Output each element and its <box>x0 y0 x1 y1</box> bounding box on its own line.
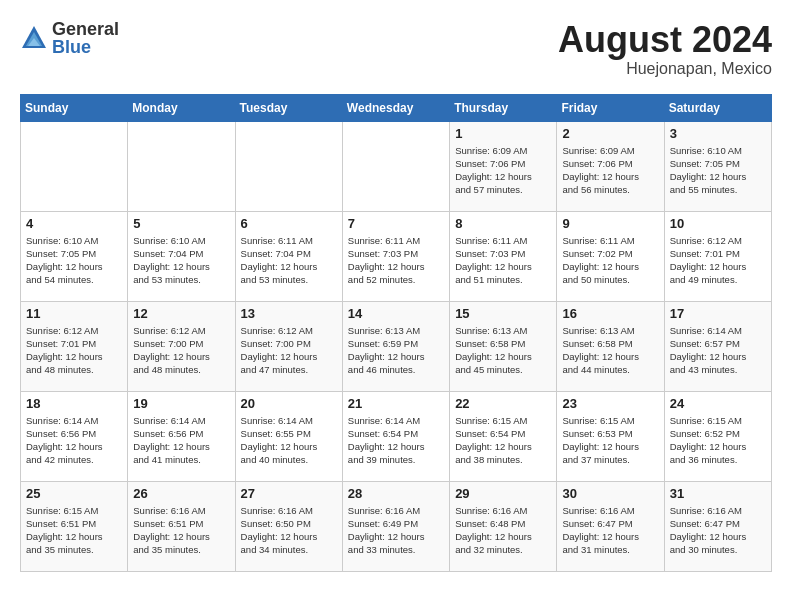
day-number: 15 <box>455 306 551 321</box>
day-number: 25 <box>26 486 122 501</box>
header-row: Sunday Monday Tuesday Wednesday Thursday… <box>21 94 772 121</box>
day-number: 13 <box>241 306 337 321</box>
day-info: Sunrise: 6:14 AMSunset: 6:55 PMDaylight:… <box>241 414 337 467</box>
calendar-cell: 5Sunrise: 6:10 AMSunset: 7:04 PMDaylight… <box>128 211 235 301</box>
header-wednesday: Wednesday <box>342 94 449 121</box>
day-info: Sunrise: 6:16 AMSunset: 6:51 PMDaylight:… <box>133 504 229 557</box>
calendar-row-1: 4Sunrise: 6:10 AMSunset: 7:05 PMDaylight… <box>21 211 772 301</box>
calendar-cell: 3Sunrise: 6:10 AMSunset: 7:05 PMDaylight… <box>664 121 771 211</box>
calendar-cell: 25Sunrise: 6:15 AMSunset: 6:51 PMDayligh… <box>21 481 128 571</box>
calendar-cell <box>128 121 235 211</box>
calendar-cell: 9Sunrise: 6:11 AMSunset: 7:02 PMDaylight… <box>557 211 664 301</box>
day-number: 3 <box>670 126 766 141</box>
day-info: Sunrise: 6:14 AMSunset: 6:54 PMDaylight:… <box>348 414 444 467</box>
day-number: 9 <box>562 216 658 231</box>
calendar-cell: 2Sunrise: 6:09 AMSunset: 7:06 PMDaylight… <box>557 121 664 211</box>
title-block: August 2024 Huejonapan, Mexico <box>558 20 772 78</box>
header-thursday: Thursday <box>450 94 557 121</box>
calendar-body: 1Sunrise: 6:09 AMSunset: 7:06 PMDaylight… <box>21 121 772 571</box>
day-number: 26 <box>133 486 229 501</box>
day-info: Sunrise: 6:11 AMSunset: 7:03 PMDaylight:… <box>455 234 551 287</box>
day-info: Sunrise: 6:13 AMSunset: 6:58 PMDaylight:… <box>455 324 551 377</box>
logo-general: General <box>52 20 119 38</box>
calendar-cell: 31Sunrise: 6:16 AMSunset: 6:47 PMDayligh… <box>664 481 771 571</box>
calendar-cell: 7Sunrise: 6:11 AMSunset: 7:03 PMDaylight… <box>342 211 449 301</box>
day-number: 23 <box>562 396 658 411</box>
day-number: 14 <box>348 306 444 321</box>
day-number: 31 <box>670 486 766 501</box>
day-number: 24 <box>670 396 766 411</box>
day-number: 22 <box>455 396 551 411</box>
calendar-cell: 29Sunrise: 6:16 AMSunset: 6:48 PMDayligh… <box>450 481 557 571</box>
day-info: Sunrise: 6:11 AMSunset: 7:03 PMDaylight:… <box>348 234 444 287</box>
calendar-cell: 17Sunrise: 6:14 AMSunset: 6:57 PMDayligh… <box>664 301 771 391</box>
calendar-cell: 28Sunrise: 6:16 AMSunset: 6:49 PMDayligh… <box>342 481 449 571</box>
day-number: 18 <box>26 396 122 411</box>
day-info: Sunrise: 6:11 AMSunset: 7:02 PMDaylight:… <box>562 234 658 287</box>
day-info: Sunrise: 6:15 AMSunset: 6:51 PMDaylight:… <box>26 504 122 557</box>
calendar-cell <box>235 121 342 211</box>
calendar-cell: 10Sunrise: 6:12 AMSunset: 7:01 PMDayligh… <box>664 211 771 301</box>
day-number: 28 <box>348 486 444 501</box>
day-number: 19 <box>133 396 229 411</box>
calendar-cell: 24Sunrise: 6:15 AMSunset: 6:52 PMDayligh… <box>664 391 771 481</box>
day-info: Sunrise: 6:12 AMSunset: 7:01 PMDaylight:… <box>670 234 766 287</box>
logo-blue: Blue <box>52 38 119 56</box>
calendar-cell: 26Sunrise: 6:16 AMSunset: 6:51 PMDayligh… <box>128 481 235 571</box>
day-number: 5 <box>133 216 229 231</box>
day-number: 6 <box>241 216 337 231</box>
calendar-cell: 15Sunrise: 6:13 AMSunset: 6:58 PMDayligh… <box>450 301 557 391</box>
calendar-row-2: 11Sunrise: 6:12 AMSunset: 7:01 PMDayligh… <box>21 301 772 391</box>
location: Huejonapan, Mexico <box>558 60 772 78</box>
header-tuesday: Tuesday <box>235 94 342 121</box>
day-info: Sunrise: 6:13 AMSunset: 6:59 PMDaylight:… <box>348 324 444 377</box>
calendar-cell: 11Sunrise: 6:12 AMSunset: 7:01 PMDayligh… <box>21 301 128 391</box>
day-number: 17 <box>670 306 766 321</box>
day-info: Sunrise: 6:15 AMSunset: 6:52 PMDaylight:… <box>670 414 766 467</box>
day-number: 8 <box>455 216 551 231</box>
day-info: Sunrise: 6:12 AMSunset: 7:00 PMDaylight:… <box>241 324 337 377</box>
day-number: 4 <box>26 216 122 231</box>
day-info: Sunrise: 6:14 AMSunset: 6:56 PMDaylight:… <box>26 414 122 467</box>
calendar-cell <box>21 121 128 211</box>
day-number: 10 <box>670 216 766 231</box>
day-number: 21 <box>348 396 444 411</box>
day-number: 7 <box>348 216 444 231</box>
calendar-cell <box>342 121 449 211</box>
day-info: Sunrise: 6:14 AMSunset: 6:56 PMDaylight:… <box>133 414 229 467</box>
day-number: 20 <box>241 396 337 411</box>
logo-text: General Blue <box>52 20 119 56</box>
day-info: Sunrise: 6:13 AMSunset: 6:58 PMDaylight:… <box>562 324 658 377</box>
logo-icon <box>20 24 48 52</box>
day-info: Sunrise: 6:16 AMSunset: 6:50 PMDaylight:… <box>241 504 337 557</box>
day-info: Sunrise: 6:09 AMSunset: 7:06 PMDaylight:… <box>562 144 658 197</box>
calendar-cell: 12Sunrise: 6:12 AMSunset: 7:00 PMDayligh… <box>128 301 235 391</box>
calendar-cell: 20Sunrise: 6:14 AMSunset: 6:55 PMDayligh… <box>235 391 342 481</box>
day-number: 29 <box>455 486 551 501</box>
header-friday: Friday <box>557 94 664 121</box>
day-number: 30 <box>562 486 658 501</box>
day-info: Sunrise: 6:11 AMSunset: 7:04 PMDaylight:… <box>241 234 337 287</box>
day-number: 11 <box>26 306 122 321</box>
day-info: Sunrise: 6:10 AMSunset: 7:04 PMDaylight:… <box>133 234 229 287</box>
day-info: Sunrise: 6:16 AMSunset: 6:47 PMDaylight:… <box>562 504 658 557</box>
day-info: Sunrise: 6:12 AMSunset: 7:01 PMDaylight:… <box>26 324 122 377</box>
calendar-cell: 14Sunrise: 6:13 AMSunset: 6:59 PMDayligh… <box>342 301 449 391</box>
day-info: Sunrise: 6:14 AMSunset: 6:57 PMDaylight:… <box>670 324 766 377</box>
day-info: Sunrise: 6:16 AMSunset: 6:49 PMDaylight:… <box>348 504 444 557</box>
calendar-row-0: 1Sunrise: 6:09 AMSunset: 7:06 PMDaylight… <box>21 121 772 211</box>
calendar-cell: 4Sunrise: 6:10 AMSunset: 7:05 PMDaylight… <box>21 211 128 301</box>
calendar-cell: 19Sunrise: 6:14 AMSunset: 6:56 PMDayligh… <box>128 391 235 481</box>
calendar-table: Sunday Monday Tuesday Wednesday Thursday… <box>20 94 772 572</box>
calendar-cell: 13Sunrise: 6:12 AMSunset: 7:00 PMDayligh… <box>235 301 342 391</box>
page-header: General Blue August 2024 Huejonapan, Mex… <box>20 20 772 78</box>
calendar-cell: 23Sunrise: 6:15 AMSunset: 6:53 PMDayligh… <box>557 391 664 481</box>
calendar-row-3: 18Sunrise: 6:14 AMSunset: 6:56 PMDayligh… <box>21 391 772 481</box>
calendar-row-4: 25Sunrise: 6:15 AMSunset: 6:51 PMDayligh… <box>21 481 772 571</box>
day-info: Sunrise: 6:10 AMSunset: 7:05 PMDaylight:… <box>670 144 766 197</box>
day-info: Sunrise: 6:16 AMSunset: 6:48 PMDaylight:… <box>455 504 551 557</box>
calendar-cell: 16Sunrise: 6:13 AMSunset: 6:58 PMDayligh… <box>557 301 664 391</box>
day-info: Sunrise: 6:10 AMSunset: 7:05 PMDaylight:… <box>26 234 122 287</box>
calendar-cell: 30Sunrise: 6:16 AMSunset: 6:47 PMDayligh… <box>557 481 664 571</box>
calendar-cell: 21Sunrise: 6:14 AMSunset: 6:54 PMDayligh… <box>342 391 449 481</box>
